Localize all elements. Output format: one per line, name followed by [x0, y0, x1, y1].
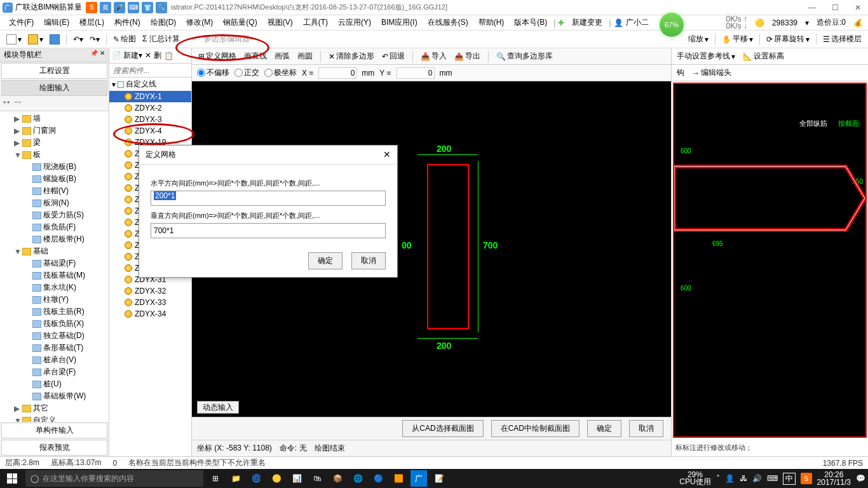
tree-node[interactable]: 承台梁(F): [1, 366, 107, 378]
tray-people-icon[interactable]: 👤: [725, 474, 735, 483]
menu-edit[interactable]: 编辑(E): [40, 16, 73, 29]
polar-radio[interactable]: 极坐标: [264, 67, 297, 78]
tree-node[interactable]: ▶墙: [1, 112, 107, 125]
rotate-button[interactable]: ⟳ 屏幕旋转 ▾: [765, 32, 811, 46]
manual-ref-button[interactable]: 手动设置参考线 ▾: [675, 50, 736, 63]
component-item[interactable]: ZDYX-3: [109, 114, 191, 125]
component-item[interactable]: ZDYX-32: [109, 285, 191, 297]
dialog-close-button[interactable]: ✕: [383, 149, 391, 160]
nav-pin-icon[interactable]: 📌 ✕: [90, 50, 105, 60]
component-item[interactable]: ZDYX-34: [109, 308, 191, 320]
dialog-cancel-button[interactable]: 取消: [351, 252, 386, 269]
tree-node[interactable]: ▶梁: [1, 137, 107, 149]
import-button[interactable]: 📥 导入: [419, 50, 448, 63]
tree-node[interactable]: 螺旋板(B): [1, 173, 107, 185]
tree-node[interactable]: 条形基础(T): [1, 342, 107, 354]
in-cad-button[interactable]: 在CAD中绘制截面图: [491, 420, 580, 437]
draw-mode-button[interactable]: ✎ 绘图: [112, 32, 137, 46]
task-app8-icon[interactable]: 📝: [431, 470, 447, 487]
nav-section-settings[interactable]: 工程设置: [1, 63, 107, 79]
tray-ime-s[interactable]: S: [801, 473, 812, 484]
component-search-input[interactable]: [109, 64, 191, 77]
menu-online[interactable]: 在线服务(S): [424, 16, 472, 29]
delete-component-button[interactable]: ✕ 删: [145, 50, 161, 61]
ime-lang-icon[interactable]: 英: [100, 2, 111, 13]
y-input[interactable]: [397, 67, 435, 79]
undo-button[interactable]: ↶▾: [72, 34, 85, 45]
tree-node[interactable]: 筏板基础(M): [1, 269, 107, 281]
task-store-icon[interactable]: 🛍: [309, 470, 325, 487]
menu-modify[interactable]: 修改(M): [182, 16, 217, 29]
task-view-icon[interactable]: ⊞: [207, 470, 224, 487]
ortho-radio[interactable]: 正交: [234, 67, 259, 78]
task-app1-icon[interactable]: 🌀: [248, 470, 264, 487]
tray-clock[interactable]: 20:262017/11/3: [817, 471, 851, 486]
task-app7-icon[interactable]: 广: [410, 470, 427, 487]
tree-node[interactable]: 基础梁(F): [1, 257, 107, 269]
nav-unit-input[interactable]: 单构件输入: [1, 423, 107, 438]
undo-step-button[interactable]: ↶ 回退: [381, 50, 406, 63]
h-spacing-input[interactable]: 200*1: [151, 191, 386, 206]
tree-node[interactable]: 楼层板带(H): [1, 233, 107, 245]
canvas-cancel-button[interactable]: 取消: [629, 420, 663, 437]
offset-none-radio[interactable]: 不偏移: [197, 67, 229, 78]
percent-badge[interactable]: 67%: [660, 13, 684, 37]
task-ie-icon[interactable]: 🌐: [349, 470, 366, 487]
tree-node[interactable]: 筏板主筋(R): [1, 306, 107, 318]
draw-circle-button[interactable]: 画圆: [296, 50, 314, 63]
tree-node[interactable]: 桩承台(V): [1, 354, 107, 366]
task-app4-icon[interactable]: 📦: [329, 470, 346, 487]
redo-button[interactable]: ↷▾: [88, 34, 101, 45]
draw-line-button[interactable]: 画直线: [243, 50, 268, 63]
tree-node[interactable]: 板洞(N): [1, 197, 107, 209]
menu-version[interactable]: 版本号(B): [510, 16, 551, 29]
set-elevation-button[interactable]: 📐 设置标高: [742, 50, 785, 63]
dialog-ok-button[interactable]: 确定: [308, 252, 342, 269]
menu-component[interactable]: 构件(N): [111, 16, 144, 29]
tree-node[interactable]: 板负筋(F): [1, 221, 107, 233]
tray-up-icon[interactable]: ˄: [716, 474, 720, 483]
nav-tree[interactable]: ▶墙▶门窗洞▶梁▼板现浇板(B)螺旋板(B)柱帽(V)板洞(N)板受力筋(S)板…: [0, 111, 109, 422]
menu-bim[interactable]: BIM应用(I): [377, 16, 421, 29]
clear-polygon-button[interactable]: ✕ 清除多边形: [327, 50, 376, 63]
pan-button[interactable]: ✋ 平移 ▾: [721, 32, 754, 46]
tree-node[interactable]: 独立基础(D): [1, 330, 107, 342]
v-spacing-input[interactable]: [151, 223, 386, 238]
edit-end-button[interactable]: → 编辑端头: [691, 66, 733, 79]
x-input[interactable]: [318, 67, 356, 79]
save-file-button[interactable]: [48, 33, 61, 46]
menu-rebar[interactable]: 钢筋量(Q): [219, 16, 261, 29]
ime-tool-icon[interactable]: 🔧: [156, 2, 167, 13]
task-app6-icon[interactable]: 🟧: [390, 470, 407, 487]
taskbar-search[interactable]: ◯ 在这里输入你要搜索的内容: [25, 470, 203, 487]
define-grid-button[interactable]: ⊞ 定义网格: [197, 50, 238, 63]
tray-volume-icon[interactable]: 🔊: [752, 474, 762, 483]
component-group-header[interactable]: ▾ 自定义线: [109, 78, 191, 91]
select-floor-button[interactable]: ☰ 选择楼层: [822, 32, 863, 46]
copy-component-button[interactable]: 📋: [164, 51, 173, 60]
tree-node[interactable]: 集水坑(K): [1, 281, 107, 294]
tree-node[interactable]: ▶其它: [1, 402, 107, 414]
menu-cloud[interactable]: 云应用(Y): [334, 16, 375, 29]
tree-node[interactable]: 筏板负筋(X): [1, 318, 107, 330]
tree-node[interactable]: 板受力筋(S): [1, 209, 107, 221]
tree-node[interactable]: 柱墩(Y): [1, 294, 107, 306]
tree-node[interactable]: 桩(U): [1, 378, 107, 390]
cpu-widget[interactable]: 29%CPU使用: [679, 471, 710, 485]
from-cad-button[interactable]: 从CAD选择截面图: [402, 420, 483, 437]
menu-help[interactable]: 帮助(H): [475, 16, 508, 29]
task-app5-icon[interactable]: 🔵: [370, 470, 386, 487]
close-button[interactable]: ✕: [850, 3, 865, 12]
tray-notification-icon[interactable]: 💬: [856, 474, 865, 483]
nav-collapse-icon[interactable]: ⁻⁻: [14, 99, 22, 108]
tree-node[interactable]: ▼板: [1, 149, 107, 161]
menu-file[interactable]: 文件(F): [5, 16, 37, 29]
tree-node[interactable]: ▼基础: [1, 245, 107, 257]
task-explorer-icon[interactable]: 📁: [227, 470, 244, 487]
new-component-button[interactable]: 📄 新建▾: [112, 50, 142, 61]
tree-node[interactable]: 现浇板(B): [1, 161, 107, 173]
new-file-button[interactable]: ▾: [5, 33, 23, 46]
component-item[interactable]: ZDYX-2: [109, 102, 191, 114]
ime-mic-icon[interactable]: 🎤: [114, 2, 125, 13]
component-item[interactable]: ZDYX-4: [109, 125, 191, 137]
